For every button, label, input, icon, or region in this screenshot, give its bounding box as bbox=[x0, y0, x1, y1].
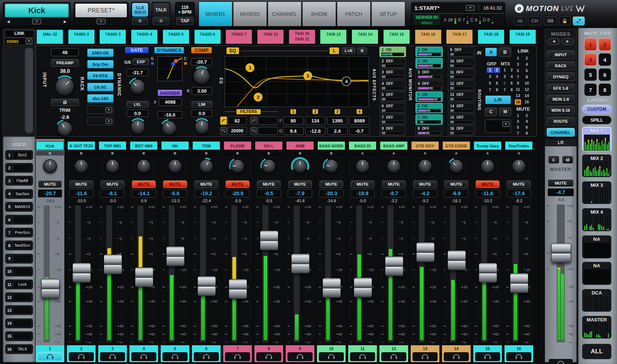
tap-tempo-button[interactable]: TAP bbox=[176, 17, 194, 25]
input-tab-10[interactable]: 7ASI 12 bbox=[320, 29, 347, 44]
link-mute-cell-6[interactable]: 6 bbox=[524, 125, 530, 130]
fader-cap[interactable] bbox=[166, 246, 185, 266]
channel-strip-14[interactable]: GTR EDDIEAMUTE-6.8-16.1105051020305060∞1… bbox=[442, 139, 471, 362]
link-cell-7[interactable]: 7 bbox=[515, 74, 521, 80]
aux-mon-send-8[interactable]: 8OFF bbox=[416, 125, 443, 136]
channel-strip-11[interactable]: BASS DIAMUTE-19.9-5.0105051020305060∞11 bbox=[348, 139, 377, 362]
gate-threshold-value[interactable]: -31.7 bbox=[126, 69, 149, 76]
channel-phones-button[interactable] bbox=[319, 352, 344, 361]
aux-send-handle[interactable] bbox=[382, 64, 386, 67]
aux-send-handle[interactable] bbox=[382, 98, 386, 101]
channel-mute-button[interactable]: MUTE bbox=[101, 181, 124, 188]
link-group-dropdown[interactable]: ▼ bbox=[26, 39, 32, 44]
channel-phones-button[interactable] bbox=[381, 352, 406, 361]
phantom-power-button[interactable]: 48 bbox=[51, 48, 79, 56]
aux-send-slider[interactable] bbox=[417, 75, 441, 79]
mode-input[interactable]: INPUT bbox=[547, 50, 575, 59]
aux-send-slider[interactable] bbox=[450, 97, 473, 101]
pan-knob[interactable] bbox=[286, 157, 314, 175]
channel-fader[interactable]: 105051020305060∞ bbox=[286, 204, 314, 345]
eq-curve-graph[interactable]: 1 2 3 4 bbox=[225, 56, 369, 107]
input-tab-5[interactable]: 7ASIO 5 bbox=[163, 29, 189, 44]
user-button-16[interactable]: 16TALK bbox=[5, 344, 33, 354]
fader-cap[interactable] bbox=[260, 231, 278, 250]
rack-slot-dropdown[interactable]: ▼ bbox=[106, 119, 112, 124]
lock-button[interactable] bbox=[559, 17, 571, 25]
pan-knob[interactable] bbox=[161, 157, 189, 175]
pan-knob[interactable] bbox=[379, 157, 408, 175]
link-cell-5[interactable]: 5 bbox=[515, 68, 521, 74]
comp-level-knob[interactable] bbox=[195, 119, 209, 134]
aux-mon-send-2[interactable]: 2ON bbox=[416, 58, 443, 68]
master-fader-cap[interactable] bbox=[551, 243, 571, 263]
aux-mon-send-9[interactable]: 9OFF bbox=[448, 47, 475, 57]
aux-send-handle[interactable] bbox=[450, 64, 454, 67]
aux-fx-send-3[interactable]: 3OFF bbox=[379, 69, 406, 79]
input-tab-12[interactable]: 7ASI 15 bbox=[383, 29, 410, 44]
selected-channel-name[interactable]: Kick bbox=[5, 4, 69, 17]
pan-knob[interactable] bbox=[504, 157, 533, 175]
aux-send-handle[interactable] bbox=[450, 53, 454, 56]
aux-send-slider[interactable] bbox=[417, 64, 441, 68]
aux-send-slider[interactable] bbox=[450, 53, 473, 56]
gate-exp-button[interactable]: EXP bbox=[133, 58, 149, 65]
channel-phones-button[interactable] bbox=[163, 352, 188, 361]
channel-strip-2[interactable]: K OUT TF29BMUTE-11.6-10.0105051020305060… bbox=[67, 139, 96, 362]
rack-slot-4[interactable]: C6-SC bbox=[87, 83, 114, 91]
gate-threshold-knob[interactable] bbox=[130, 79, 145, 94]
solo-settings-button[interactable]: ⚙ bbox=[132, 17, 148, 25]
aux-mon-send-13[interactable]: 13OFF bbox=[448, 92, 475, 102]
tab-mixer2[interactable]: MIXER2 bbox=[233, 1, 267, 26]
layer-master-button[interactable]: MASTER bbox=[582, 316, 611, 339]
aux-send-handle[interactable] bbox=[429, 87, 433, 90]
channel-mute-button[interactable]: MUTE bbox=[195, 181, 218, 188]
pan-knob[interactable] bbox=[317, 157, 346, 175]
link-mute-cell-4[interactable]: 4 bbox=[524, 119, 530, 124]
link-cell-14[interactable]: 14 bbox=[524, 93, 530, 99]
mute-group-7[interactable]: 7 bbox=[584, 83, 597, 96]
aux-send-handle[interactable] bbox=[389, 53, 393, 56]
channel-fader[interactable]: 105051020305060∞ bbox=[473, 204, 502, 345]
channel-phones-button[interactable] bbox=[256, 352, 281, 361]
user-button-5[interactable]: 5MAINVX bbox=[5, 202, 33, 212]
channel-fader[interactable]: 105051020305060∞ bbox=[129, 204, 158, 345]
channel-select-dropdown[interactable]: ▼ bbox=[32, 19, 41, 24]
mute-group-3[interactable]: 3 bbox=[584, 53, 597, 66]
tab-channel[interactable]: CHANNEL bbox=[268, 1, 302, 26]
fader-cap[interactable] bbox=[291, 254, 310, 274]
rack-slot-empty-1[interactable]: ▼ bbox=[87, 106, 114, 114]
channel-name-tab[interactable]: BASS NORD bbox=[317, 141, 345, 150]
link-cell-8[interactable]: 8 bbox=[524, 74, 530, 80]
channel-mute-button[interactable]: MUTE bbox=[320, 181, 343, 188]
channel-fader[interactable]: 105051020305060∞ bbox=[192, 204, 221, 345]
prev-channel-button[interactable]: ◀ bbox=[7, 19, 10, 24]
channel-name-tab[interactable]: RonTrmbn bbox=[505, 141, 533, 150]
layer-mix-1-button[interactable]: MIX 1 bbox=[582, 127, 611, 151]
channel-mute-button[interactable]: MUTE bbox=[476, 181, 499, 188]
fader-cap[interactable] bbox=[72, 263, 91, 283]
aux-send-handle[interactable] bbox=[450, 109, 454, 112]
user-button-13[interactable]: 13 bbox=[5, 305, 33, 315]
layer-na-button[interactable]: NA bbox=[582, 262, 611, 285]
aux-send-slider[interactable] bbox=[381, 64, 404, 68]
aux-send-slider[interactable] bbox=[417, 86, 441, 90]
channel-name-tab[interactable]: BASS AMP bbox=[380, 141, 408, 150]
input-tab-6[interactable]: 7ASIO 6 bbox=[194, 29, 221, 44]
fader-cap[interactable] bbox=[447, 250, 466, 270]
input-b-button[interactable]: B bbox=[499, 47, 511, 57]
filter2-frequency-value[interactable] bbox=[258, 117, 278, 125]
aux-mon-send-12[interactable]: 12OFF bbox=[448, 81, 475, 91]
link-mute-cell-8[interactable]: 8 bbox=[524, 131, 530, 136]
deesser-button[interactable]: DeESSER bbox=[157, 89, 182, 96]
pan-knob[interactable] bbox=[473, 157, 502, 175]
trim-knob[interactable] bbox=[57, 121, 72, 136]
comp-threshold-value[interactable]: -20.7 bbox=[191, 58, 212, 65]
aux-send-slider[interactable] bbox=[381, 97, 404, 101]
user-button-6[interactable]: 6 bbox=[5, 215, 33, 225]
channel-phones-button[interactable] bbox=[38, 352, 63, 361]
master-strip[interactable]: LR C M MASTER MUTE -4.7 -5.5 10505102030… bbox=[545, 139, 577, 362]
link-cell-11[interactable]: 11 bbox=[515, 87, 521, 92]
channel-phones-button[interactable] bbox=[100, 352, 125, 361]
input-tab-7[interactable]: 7ASIO 7 bbox=[225, 29, 252, 44]
user-button-9[interactable]: 9 bbox=[5, 254, 33, 264]
